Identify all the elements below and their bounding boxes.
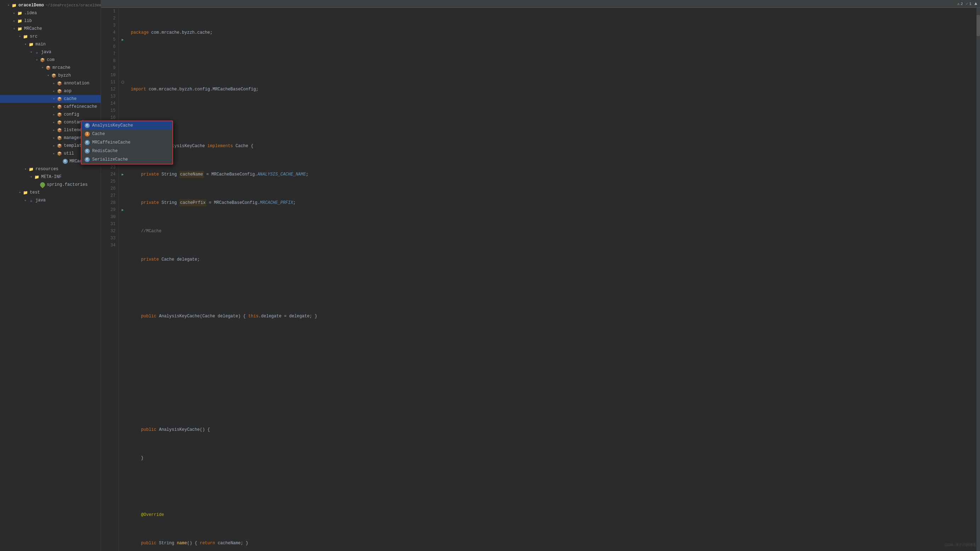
package-icon: 📦 xyxy=(57,135,62,141)
expand-arrow[interactable] xyxy=(40,65,45,70)
popup-item-analysis-key-cache[interactable]: C AnalysisKeyCache xyxy=(81,121,172,130)
expand-arrow[interactable] xyxy=(11,27,17,31)
line-num-33: 33 xyxy=(104,235,116,242)
code-line-2 xyxy=(131,57,972,65)
line-num-4: 4 xyxy=(104,29,116,36)
sidebar-item-resources[interactable]: 📁 resources xyxy=(0,165,101,173)
expand-arrow[interactable] xyxy=(17,34,23,39)
sidebar-item-caffeinecache[interactable]: 📦 caffeinecache xyxy=(0,103,101,111)
expand-arrow[interactable] xyxy=(51,97,57,101)
sidebar-item-com[interactable]: 📦 com xyxy=(0,56,101,64)
line-num-3: 3 xyxy=(104,22,116,29)
code-line-13 xyxy=(131,369,972,377)
sidebar-item-cache[interactable]: 📦 cache xyxy=(0,95,101,103)
package-icon: 📦 xyxy=(51,73,57,78)
sidebar-item-config[interactable]: 📦 config xyxy=(0,111,101,118)
expand-arrow[interactable] xyxy=(51,105,57,109)
sidebar-item-idea[interactable]: 📁 .idea xyxy=(0,9,101,17)
gutter-cell-28 xyxy=(119,199,127,206)
expand-arrow[interactable] xyxy=(23,198,29,202)
gutter-cell-5[interactable]: ▶ xyxy=(119,36,127,43)
line-num-6: 6 xyxy=(104,43,116,50)
popup-item-serialize-cache[interactable]: C SerializeCache xyxy=(81,155,172,164)
line-num-23: 23 xyxy=(104,164,116,171)
expand-arrow[interactable] xyxy=(51,120,57,124)
package-icon: 📦 xyxy=(57,104,62,110)
sidebar-item-aop[interactable]: 📦 aop xyxy=(0,87,101,95)
class-icon: C xyxy=(84,140,90,145)
file-tree[interactable]: 📁 oracelDemo ~/IdeaProjects/oracelDemo 📁… xyxy=(0,0,101,551)
expand-arrow[interactable] xyxy=(23,42,29,46)
gutter-cell-30 xyxy=(119,213,127,221)
sidebar-item-src[interactable]: 📁 src xyxy=(0,33,101,40)
interface-icon: I xyxy=(84,131,90,137)
folder-icon: 📁 xyxy=(23,34,29,39)
sidebar-item-main[interactable]: 📁 main xyxy=(0,40,101,48)
sidebar-item-lib[interactable]: 📁 lib xyxy=(0,17,101,25)
run-icon-24[interactable]: ▶ xyxy=(122,172,124,177)
expand-arrow[interactable] xyxy=(45,73,51,78)
warning-count: 2 xyxy=(961,2,963,6)
ok-icon: ✓ xyxy=(966,2,968,6)
expand-arrow[interactable] xyxy=(51,112,57,117)
line-num-31: 31 xyxy=(104,221,116,228)
expand-arrow[interactable] xyxy=(51,151,57,156)
sidebar-item-spring-factories[interactable]: spring.factories xyxy=(0,181,101,189)
gutter-cell-32 xyxy=(119,228,127,235)
expand-arrow[interactable] xyxy=(29,50,34,54)
run-icon-29[interactable]: ▶ xyxy=(122,208,124,212)
sidebar-item-test[interactable]: 📁 test xyxy=(0,189,101,196)
sidebar-item-meta-inf[interactable]: 📁 META-INF xyxy=(0,173,101,181)
popup-item-cache[interactable]: I Cache xyxy=(81,130,172,138)
gutter-cell-26 xyxy=(119,185,127,192)
warning-icon: ⚠ xyxy=(957,2,960,6)
expand-arrow[interactable] xyxy=(11,19,17,23)
scroll-up-button[interactable]: ▲ xyxy=(974,1,977,6)
code-area[interactable]: 1 2 3 4 5 6 7 8 9 10 11 12 13 14 15 16 1… xyxy=(101,8,980,551)
gutter-cell-7 xyxy=(119,50,127,57)
sidebar-item-test-java[interactable]: ☕ java xyxy=(0,196,101,204)
expand-arrow[interactable] xyxy=(51,136,57,140)
expand-arrow[interactable] xyxy=(34,58,40,62)
expand-arrow[interactable] xyxy=(11,11,17,15)
expand-arrow[interactable] xyxy=(51,81,57,86)
sidebar-item-mrcache-pkg[interactable]: 📦 mrcache xyxy=(0,64,101,72)
sidebar-item-label: aop xyxy=(64,89,72,94)
popup-item-label: Cache xyxy=(92,132,105,137)
scrollbar-thumb[interactable] xyxy=(977,15,980,36)
popup-item-redis-cache[interactable]: C RedisCache xyxy=(81,147,172,155)
line-num-1: 1 xyxy=(104,8,116,15)
editor-header: ⚠ 2 ✓ 1 ▲ xyxy=(101,0,980,8)
code-content[interactable]: package com.mrcache.byzzh.cache; import … xyxy=(127,8,977,551)
package-icon: 📦 xyxy=(57,88,62,94)
gutter-cell-9 xyxy=(119,65,127,72)
expand-arrow[interactable] xyxy=(23,167,29,171)
gutter: ▶ ⬡ ▶ ▶ xyxy=(119,8,127,551)
line-num-12: 12 xyxy=(104,86,116,93)
expand-arrow[interactable] xyxy=(29,175,34,179)
expand-arrow[interactable] xyxy=(51,143,57,148)
gutter-cell-23 xyxy=(119,164,127,171)
sidebar-item-java[interactable]: ☕ java xyxy=(0,48,101,56)
package-icon: 📦 xyxy=(45,65,51,70)
expand-arrow[interactable] xyxy=(17,190,23,195)
expand-arrow[interactable] xyxy=(51,89,57,93)
line-num-8: 8 xyxy=(104,57,116,65)
code-line-8: //MCache xyxy=(131,228,972,235)
editor-scrollbar[interactable] xyxy=(977,8,980,551)
sidebar-item-project-root[interactable]: 📁 oracelDemo ~/IdeaProjects/oracelDemo xyxy=(0,2,101,9)
gutter-cell-15 xyxy=(119,107,127,114)
impl-icon-11[interactable]: ⬡ xyxy=(121,80,124,84)
sidebar-item-mrcache[interactable]: 📁 MRCache xyxy=(0,25,101,33)
popup-item-mr-caffeine-cache[interactable]: C MRCaffeineCache xyxy=(81,138,172,147)
line-num-10: 10 xyxy=(104,72,116,79)
watermark: CSDN·张子行的博客 xyxy=(945,543,977,548)
expand-arrow[interactable] xyxy=(6,3,11,8)
sidebar-item-byzzh[interactable]: 📦 byzzh xyxy=(0,72,101,80)
sidebar-item-annotation[interactable]: 📦 annotation xyxy=(0,80,101,87)
run-icon-5[interactable]: ▶ xyxy=(122,38,124,42)
project-path: ~/IdeaProjects/oracelDemo xyxy=(45,3,101,8)
class-icon: C xyxy=(84,148,90,154)
expand-arrow[interactable] xyxy=(51,128,57,132)
code-line-12 xyxy=(131,341,972,348)
